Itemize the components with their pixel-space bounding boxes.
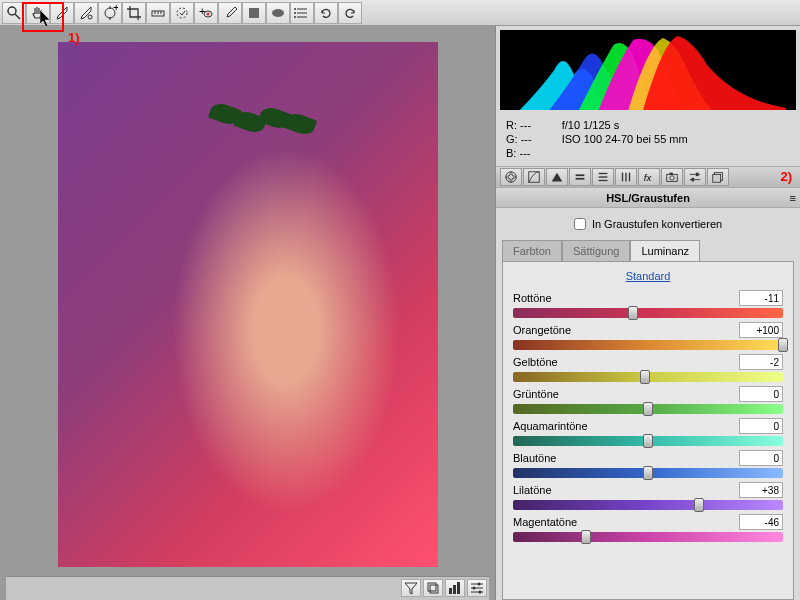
hsl-tabs: FarbtonSättigungLuminanz (502, 240, 794, 261)
slider-track[interactable] (513, 404, 783, 414)
bars2-panel-button[interactable] (592, 168, 614, 186)
histogram[interactable] (500, 30, 796, 110)
main-area: R: --- G: --- B: --- f/10 1/125 s ISO 10… (0, 26, 800, 600)
slider-value-input[interactable] (739, 354, 783, 370)
zoom-button[interactable] (2, 2, 26, 24)
curves-icon (527, 170, 541, 184)
rotate-cw-button[interactable] (338, 2, 362, 24)
svg-point-33 (479, 591, 482, 594)
list-button[interactable] (290, 2, 314, 24)
redeye-button[interactable]: + (194, 2, 218, 24)
r-value: --- (520, 119, 531, 131)
stack2-panel-button[interactable] (707, 168, 729, 186)
slider-track[interactable] (513, 308, 783, 318)
rotate-cw-icon (342, 5, 358, 21)
bars-button[interactable] (445, 579, 465, 597)
slider-thumb[interactable] (694, 498, 704, 512)
curves-panel-button[interactable] (523, 168, 545, 186)
slider-value-input[interactable] (739, 322, 783, 338)
sliders2-panel-button[interactable] (684, 168, 706, 186)
section-title: HSL/Graustufen (606, 192, 690, 204)
g-value: --- (521, 133, 532, 145)
slider-track[interactable] (513, 532, 783, 542)
slider-track[interactable] (513, 436, 783, 446)
svg-rect-50 (696, 173, 699, 177)
panel-icon-row: fx2) (496, 166, 800, 188)
vert-bars-panel-button[interactable] (615, 168, 637, 186)
heal-icon (174, 5, 190, 21)
slider-thumb[interactable] (643, 434, 653, 448)
heal-button[interactable] (170, 2, 194, 24)
oval-button[interactable] (266, 2, 290, 24)
svg-rect-27 (457, 582, 460, 594)
rotate-ccw-button[interactable] (314, 2, 338, 24)
equals-panel-button[interactable] (569, 168, 591, 186)
slider-row-rottöne: Rottöne (513, 290, 783, 318)
stack-icon (425, 580, 441, 596)
top-toolbar: ++ (0, 0, 800, 26)
slider-track[interactable] (513, 500, 783, 510)
svg-point-32 (473, 587, 476, 590)
slider-label: Grüntöne (513, 388, 559, 400)
slider-track[interactable] (513, 468, 783, 478)
slider-label: Orangetöne (513, 324, 571, 336)
slider-value-input[interactable] (739, 450, 783, 466)
slider-track[interactable] (513, 372, 783, 382)
slider-thumb[interactable] (643, 466, 653, 480)
right-panel: R: --- G: --- B: --- f/10 1/125 s ISO 10… (495, 26, 800, 600)
standard-link[interactable]: Standard (626, 270, 671, 282)
grayscale-checkbox[interactable] (574, 218, 586, 230)
section-header: HSL/Graustufen ≡ (496, 188, 800, 208)
svg-point-14 (207, 13, 210, 16)
square-icon (246, 5, 262, 21)
slider-value-input[interactable] (739, 290, 783, 306)
image-holder[interactable] (6, 32, 489, 576)
color-sampler-button[interactable] (74, 2, 98, 24)
ruler-button[interactable] (146, 2, 170, 24)
fx-panel-button[interactable]: fx (638, 168, 660, 186)
redeye-icon: + (198, 5, 214, 21)
svg-point-0 (8, 7, 16, 15)
camera-icon (665, 170, 679, 184)
svg-point-21 (294, 12, 296, 14)
preview-photo (58, 42, 438, 567)
triangle-panel-button[interactable] (546, 168, 568, 186)
tab-luminanz[interactable]: Luminanz (630, 240, 700, 261)
vert-bars-icon (619, 170, 633, 184)
slider-value-input[interactable] (739, 418, 783, 434)
svg-rect-25 (449, 588, 452, 594)
crop-button[interactable] (122, 2, 146, 24)
luminance-panel: Standard RottöneOrangetöneGelbtöneGrüntö… (502, 261, 794, 600)
camera-panel-button[interactable] (661, 168, 683, 186)
svg-point-22 (294, 16, 296, 18)
sliders-button[interactable] (467, 579, 487, 597)
slider-thumb[interactable] (581, 530, 591, 544)
tab-sättigung[interactable]: Sättigung (562, 240, 630, 261)
slider-row-grüntöne: Grüntöne (513, 386, 783, 414)
slider-track[interactable] (513, 340, 783, 350)
stack-button[interactable] (423, 579, 443, 597)
tab-farbton[interactable]: Farbton (502, 240, 562, 261)
svg-point-16 (272, 9, 284, 17)
slider-value-input[interactable] (739, 482, 783, 498)
target-button[interactable]: + (98, 2, 122, 24)
slider-value-input[interactable] (739, 514, 783, 530)
slider-row-magentatöne: Magentatöne (513, 514, 783, 542)
aperture-panel-button[interactable] (500, 168, 522, 186)
square-button[interactable] (242, 2, 266, 24)
g-label: G: (506, 133, 518, 145)
slider-value-input[interactable] (739, 386, 783, 402)
target-icon: + (102, 5, 118, 21)
canvas-area (0, 26, 495, 600)
slider-thumb[interactable] (640, 370, 650, 384)
aperture-icon (504, 170, 518, 184)
menu-icon[interactable]: ≡ (790, 192, 796, 204)
triangle-icon (550, 170, 564, 184)
funnel-button[interactable] (401, 579, 421, 597)
svg-rect-15 (249, 8, 259, 18)
slider-thumb[interactable] (778, 338, 788, 352)
slider-thumb[interactable] (643, 402, 653, 416)
b-value: --- (519, 147, 530, 159)
slider-thumb[interactable] (628, 306, 638, 320)
brush-button[interactable] (218, 2, 242, 24)
